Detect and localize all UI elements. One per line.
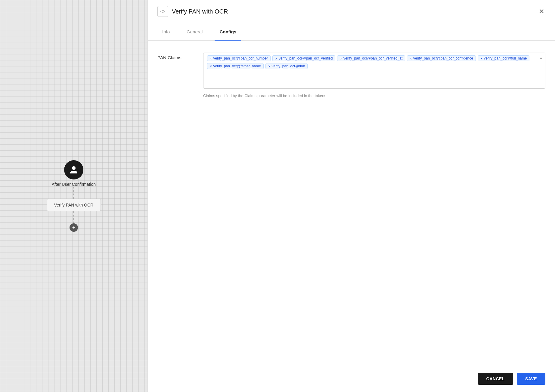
- user-icon: [69, 165, 78, 174]
- user-node: After User Confirmation: [52, 160, 96, 187]
- cancel-button[interactable]: CANCEL: [478, 373, 513, 385]
- add-step-button[interactable]: +: [70, 223, 78, 232]
- close-button[interactable]: ✕: [538, 6, 545, 17]
- tag-remove-icon[interactable]: ×: [268, 64, 271, 68]
- tag-remove-icon[interactable]: ×: [340, 57, 342, 60]
- canvas-content: After User Confirmation Verify PAN with …: [47, 160, 101, 232]
- dialog-title: Verify PAN with OCR: [172, 8, 228, 15]
- tag-father-name[interactable]: × verify_pan_ocr@father_name: [207, 63, 264, 69]
- dialog-footer: CANCEL SAVE: [148, 366, 555, 392]
- tag-pan-ocr-verified-at[interactable]: × verify_pan_ocr@pan_ocr_verified_at: [337, 55, 405, 61]
- dialog-content: PAN Claims ▾ × verify_pan_ocr@pan_ocr_nu…: [148, 41, 555, 366]
- step-box[interactable]: Verify PAN with OCR: [47, 199, 101, 211]
- user-node-label: After User Confirmation: [52, 182, 96, 187]
- tag-remove-icon[interactable]: ×: [210, 57, 212, 60]
- tag-full-name[interactable]: × verify_pan_ocr@full_name: [478, 55, 530, 61]
- canvas-panel: After User Confirmation Verify PAN with …: [0, 0, 147, 392]
- tab-configs[interactable]: Configs: [215, 23, 241, 40]
- tag-pan-ocr-number[interactable]: × verify_pan_ocr@pan_ocr_number: [207, 55, 271, 61]
- tab-info[interactable]: Info: [157, 23, 175, 40]
- tag-remove-icon[interactable]: ×: [275, 57, 278, 60]
- code-icon: <>: [160, 9, 165, 14]
- tag-pan-ocr-verified[interactable]: × verify_pan_ocr@pan_ocr_verified: [272, 55, 335, 61]
- tag-pan-ocr-confidence[interactable]: × verify_pan_ocr@pan_ocr_confidence: [407, 55, 476, 61]
- connector-line-2: [73, 211, 74, 223]
- dialog-title-group: <> Verify PAN with OCR: [157, 6, 228, 17]
- connector-line-1: [73, 187, 74, 199]
- user-circle: [64, 160, 83, 179]
- tag-remove-icon[interactable]: ×: [410, 57, 412, 60]
- dialog-header: <> Verify PAN with OCR ✕: [148, 0, 555, 23]
- claims-hint-text: Claims specified by the Claims parameter…: [203, 93, 545, 98]
- code-icon-box: <>: [157, 6, 168, 17]
- pan-claims-input[interactable]: ▾ × verify_pan_ocr@pan_ocr_number × veri…: [203, 53, 545, 89]
- save-button[interactable]: SAVE: [517, 373, 545, 385]
- tab-general[interactable]: General: [182, 23, 207, 40]
- tag-remove-icon[interactable]: ×: [210, 64, 212, 68]
- tag-dob[interactable]: × verify_pan_ocr@dob: [265, 63, 308, 69]
- dialog-panel: <> Verify PAN with OCR ✕ Info General Co…: [147, 0, 555, 392]
- pan-claims-label: PAN Claims: [157, 53, 194, 60]
- tag-remove-icon[interactable]: ×: [480, 57, 483, 60]
- dropdown-arrow-icon: ▾: [540, 56, 542, 61]
- tabs-bar: Info General Configs: [148, 23, 555, 41]
- pan-claims-row: PAN Claims ▾ × verify_pan_ocr@pan_ocr_nu…: [157, 53, 545, 89]
